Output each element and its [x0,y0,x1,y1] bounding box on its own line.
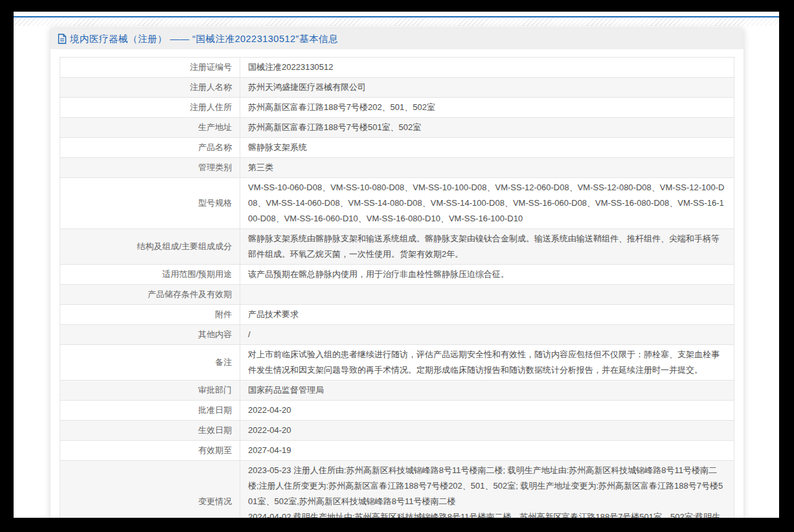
row-value: VM-SS-10-060-D08、VM-SS-10-080-D08、VM-SS-… [240,178,734,229]
content-panel: 境内医疗器械（注册） —— “国械注准20223130512”基本信息 注册证编… [51,28,743,518]
table-row: 型号规格VM-SS-10-060-D08、VM-SS-10-080-D08、VM… [60,178,734,229]
row-value: 髂静脉支架系统由髂静脉支架和输送系统组成。髂静脉支架由镍钛合金制成。输送系统由输… [240,229,734,265]
row-label: 注册证编号 [60,58,240,78]
row-value [240,285,734,305]
row-label: 其他内容 [60,325,240,345]
row-value: 2023-05-23 注册人住所由:苏州高新区科技城锦峰路8号11号楼南二楼; … [240,461,734,518]
table-row: 结构及组成/主要组成成分髂静脉支架系统由髂静脉支架和输送系统组成。髂静脉支架由镍… [60,229,734,265]
row-value: 2022-04-20 [240,401,734,421]
row-label: 产品储存条件及有效期 [60,285,240,305]
row-value: 苏州高新区富春江路188号7号楼501室、502室 [240,118,734,138]
table-row: 注册证编号国械注准20223130512 [60,58,734,78]
table-row: 附件产品技术要求 [60,305,734,325]
table-row: 变更情况2023-05-23 注册人住所由:苏州高新区科技城锦峰路8号11号楼南… [60,461,734,518]
row-label: 型号规格 [60,178,240,229]
row-value: 2027-04-19 [240,441,734,461]
row-value: 产品技术要求 [240,305,734,325]
table-row: 注册人名称苏州天鸿盛捷医疗器械有限公司 [60,78,734,98]
table-row: 生效日期2022-04-20 [60,421,734,441]
document-icon [58,34,67,44]
page-background: 境内医疗器械（注册） —— “国械注准20223130512”基本信息 注册证编… [14,12,779,518]
table-row: 其他内容/ [60,325,734,345]
row-value: 苏州高新区富春江路188号7号楼202、501、502室 [240,98,734,118]
table-row: 产品名称髂静脉支架系统 [60,138,734,158]
row-label: 有效期至 [60,441,240,461]
row-value: 国械注准20223130512 [240,58,734,78]
row-value: 2022-04-20 [240,421,734,441]
row-label: 附件 [60,305,240,325]
row-label: 适用范围/预期用途 [60,265,240,285]
row-label: 批准日期 [60,401,240,421]
hatch-texture-strip [14,17,779,26]
row-label: 产品名称 [60,138,240,158]
row-value: 苏州天鸿盛捷医疗器械有限公司 [240,78,734,98]
row-label: 备注 [60,345,240,381]
row-label: 审批部门 [60,381,240,401]
row-label: 生效日期 [60,421,240,441]
row-label: 注册人名称 [60,78,240,98]
table-row: 注册人住所苏州高新区富春江路188号7号楼202、501、502室 [60,98,734,118]
row-value: 国家药品监督管理局 [240,381,734,401]
table-row: 生产地址苏州高新区富春江路188号7号楼501室、502室 [60,118,734,138]
row-label: 生产地址 [60,118,240,138]
table-row: 管理类别第三类 [60,158,734,178]
table-row: 产品储存条件及有效期 [60,285,734,305]
row-label: 变更情况 [60,461,240,518]
table-row: 审批部门国家药品监督管理局 [60,381,734,401]
row-label: 结构及组成/主要组成成分 [60,229,240,265]
table-row: 备注对上市前临床试验入组的患者继续进行随访，评估产品远期安全性和有效性，随访内容… [60,345,734,381]
row-label: 管理类别 [60,158,240,178]
row-value: 该产品预期在髂总静脉内使用，用于治疗非血栓性髂静脉压迫综合征。 [240,265,734,285]
table-row: 有效期至2027-04-19 [60,441,734,461]
table-row: 适用范围/预期用途该产品预期在髂总静脉内使用，用于治疗非血栓性髂静脉压迫综合征。 [60,265,734,285]
row-value: / [240,325,734,345]
row-value: 对上市前临床试验入组的患者继续进行随访，评估产品远期安全性和有效性，随访内容应包… [240,345,734,381]
row-value: 髂静脉支架系统 [240,138,734,158]
page-header: 境内医疗器械（注册） —— “国械注准20223130512”基本信息 [51,28,743,49]
row-label: 注册人住所 [60,98,240,118]
page-title: 境内医疗器械（注册） —— “国械注准20223130512”基本信息 [70,33,338,45]
registration-info-table: 注册证编号国械注准20223130512注册人名称苏州天鸿盛捷医疗器械有限公司注… [60,57,734,518]
table-row: 批准日期2022-04-20 [60,401,734,421]
row-value: 第三类 [240,158,734,178]
